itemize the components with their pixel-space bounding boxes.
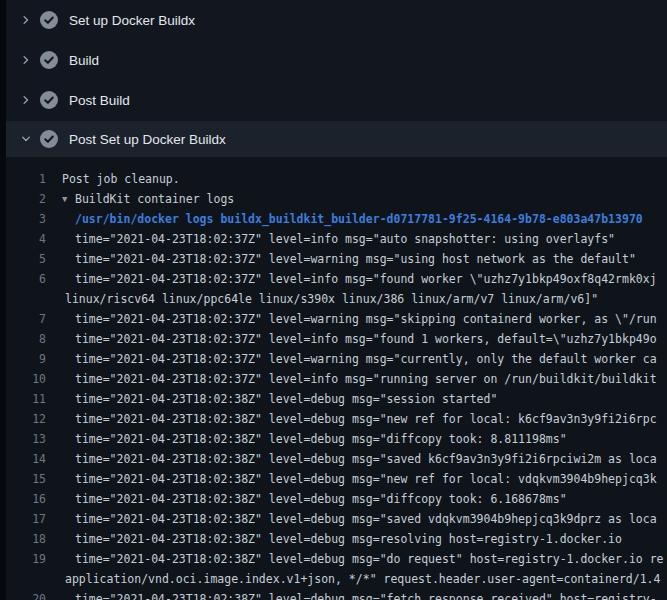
log-text-content: application/vnd.oci.image.index.v1+json,…: [65, 572, 660, 586]
log-text: linux/riscv64 linux/ppc64le linux/s390x …: [65, 289, 598, 309]
log-text-content: BuildKit container logs: [75, 192, 234, 206]
log-text: time="2021-04-23T18:02:38Z" level=debug …: [75, 529, 622, 549]
step-label: Set up Docker Buildx: [66, 13, 195, 28]
line-number[interactable]: 12: [6, 409, 46, 429]
log-viewer: 1Post job cleanup.2▼BuildKit container l…: [6, 157, 667, 600]
step-row-post-set-up-docker-buildx[interactable]: Post Set up Docker Buildx: [6, 121, 667, 157]
log-text-content: time="2021-04-23T18:02:37Z" level=warnin…: [75, 312, 657, 326]
line-number[interactable]: 7: [6, 309, 46, 329]
log-text-content: time="2021-04-23T18:02:37Z" level=info m…: [75, 272, 657, 286]
check-circle-icon: [40, 91, 66, 109]
log-line: 7time="2021-04-23T18:02:37Z" level=warni…: [6, 309, 667, 329]
log-text: time="2021-04-23T18:02:37Z" level=warnin…: [75, 349, 657, 369]
log-text-content: time="2021-04-23T18:02:38Z" level=debug …: [75, 432, 567, 446]
log-line: 1Post job cleanup.: [6, 169, 667, 189]
log-text-content: time="2021-04-23T18:02:38Z" level=debug …: [75, 552, 664, 566]
group-toggle[interactable]: ▼BuildKit container logs: [62, 189, 234, 209]
log-text: application/vnd.oci.image.index.v1+json,…: [65, 569, 660, 589]
log-line: 14time="2021-04-23T18:02:38Z" level=debu…: [6, 449, 667, 469]
line-number[interactable]: 10: [6, 369, 46, 389]
line-number[interactable]: 9: [6, 349, 46, 369]
log-line: linux/riscv64 linux/ppc64le linux/s390x …: [6, 289, 667, 309]
log-text: time="2021-04-23T18:02:38Z" level=debug …: [75, 509, 657, 529]
log-text: time="2021-04-23T18:02:38Z" level=debug …: [75, 389, 497, 409]
log-text-content: time="2021-04-23T18:02:38Z" level=debug …: [75, 532, 622, 546]
log-line: 2▼BuildKit container logs: [6, 189, 667, 209]
line-number[interactable]: 17: [6, 509, 46, 529]
log-line: 4time="2021-04-23T18:02:37Z" level=info …: [6, 229, 667, 249]
log-line: 5time="2021-04-23T18:02:37Z" level=warni…: [6, 249, 667, 269]
line-number[interactable]: 8: [6, 329, 46, 349]
log-text: time="2021-04-23T18:02:38Z" level=debug …: [75, 429, 567, 449]
log-line: 9time="2021-04-23T18:02:37Z" level=warni…: [6, 349, 667, 369]
step-label: Build: [66, 53, 99, 68]
log-text: time="2021-04-23T18:02:38Z" level=debug …: [75, 409, 657, 429]
command-text: /usr/bin/docker logs buildx_buildkit_bui…: [75, 209, 643, 229]
check-circle-icon: [40, 51, 66, 69]
log-text-content: time="2021-04-23T18:02:38Z" level=debug …: [75, 512, 657, 526]
log-line: 3/usr/bin/docker logs buildx_buildkit_bu…: [6, 209, 667, 229]
line-number[interactable]: 20: [6, 589, 46, 600]
check-circle-icon: [40, 130, 66, 148]
line-number[interactable]: 6: [6, 269, 46, 289]
log-line: 20time="2021-04-23T18:02:38Z" level=debu…: [6, 589, 667, 600]
log-text-content: time="2021-04-23T18:02:38Z" level=debug …: [75, 592, 657, 600]
chevron-right-icon[interactable]: [12, 54, 40, 66]
log-text: time="2021-04-23T18:02:37Z" level=warnin…: [75, 309, 657, 329]
log-line: 18time="2021-04-23T18:02:38Z" level=debu…: [6, 529, 667, 549]
log-text: time="2021-04-23T18:02:38Z" level=debug …: [75, 589, 657, 600]
line-number[interactable]: 18: [6, 529, 46, 549]
check-circle-icon: [40, 11, 66, 29]
line-number[interactable]: 5: [6, 249, 46, 269]
line-number[interactable]: 2: [6, 189, 46, 209]
log-text: Post job cleanup.: [62, 169, 180, 189]
log-text-content: time="2021-04-23T18:02:37Z" level=info m…: [75, 232, 615, 246]
log-line: 17time="2021-04-23T18:02:38Z" level=debu…: [6, 509, 667, 529]
log-text: time="2021-04-23T18:02:37Z" level=info m…: [75, 369, 657, 389]
chevron-down-icon[interactable]: [12, 133, 40, 145]
log-text-content: /usr/bin/docker logs buildx_buildkit_bui…: [75, 212, 643, 226]
line-number[interactable]: 4: [6, 229, 46, 249]
step-row-post-build[interactable]: Post Build: [6, 80, 667, 120]
log-text-content: time="2021-04-23T18:02:37Z" level=info m…: [75, 372, 657, 386]
log-text: time="2021-04-23T18:02:38Z" level=debug …: [75, 469, 657, 489]
group-collapse-triangle-icon[interactable]: ▼: [62, 189, 75, 209]
line-number[interactable]: 15: [6, 469, 46, 489]
line-number: [6, 289, 46, 309]
line-number[interactable]: 11: [6, 389, 46, 409]
log-text-content: time="2021-04-23T18:02:38Z" level=debug …: [75, 452, 657, 466]
log-text: time="2021-04-23T18:02:37Z" level=info m…: [75, 269, 657, 289]
log-text-content: time="2021-04-23T18:02:37Z" level=warnin…: [75, 252, 636, 266]
step-row-build[interactable]: Build: [6, 40, 667, 80]
log-line: 11time="2021-04-23T18:02:38Z" level=debu…: [6, 389, 667, 409]
log-line: 6time="2021-04-23T18:02:37Z" level=info …: [6, 269, 667, 289]
log-text-content: linux/riscv64 linux/ppc64le linux/s390x …: [65, 292, 598, 306]
log-line: 19time="2021-04-23T18:02:38Z" level=debu…: [6, 549, 667, 569]
workflow-log-panel: Set up Docker Buildx Build Post Build: [6, 0, 667, 600]
step-label: Post Build: [66, 93, 130, 108]
log-text-content: time="2021-04-23T18:02:38Z" level=debug …: [75, 492, 567, 506]
log-text-content: time="2021-04-23T18:02:38Z" level=debug …: [75, 472, 657, 486]
log-line: 16time="2021-04-23T18:02:38Z" level=debu…: [6, 489, 667, 509]
log-line: 10time="2021-04-23T18:02:37Z" level=info…: [6, 369, 667, 389]
line-number: [6, 569, 46, 589]
log-line: 12time="2021-04-23T18:02:38Z" level=debu…: [6, 409, 667, 429]
step-label: Post Set up Docker Buildx: [66, 132, 226, 147]
line-number[interactable]: 14: [6, 449, 46, 469]
log-text: time="2021-04-23T18:02:38Z" level=debug …: [75, 449, 657, 469]
log-text-content: time="2021-04-23T18:02:37Z" level=info m…: [75, 332, 657, 346]
log-line: 8time="2021-04-23T18:02:37Z" level=info …: [6, 329, 667, 349]
log-line: 15time="2021-04-23T18:02:38Z" level=debu…: [6, 469, 667, 489]
log-text-content: time="2021-04-23T18:02:38Z" level=debug …: [75, 392, 497, 406]
line-number[interactable]: 16: [6, 489, 46, 509]
chevron-right-icon[interactable]: [12, 14, 40, 26]
line-number[interactable]: 13: [6, 429, 46, 449]
log-text: time="2021-04-23T18:02:37Z" level=warnin…: [75, 249, 636, 269]
log-text: time="2021-04-23T18:02:38Z" level=debug …: [75, 489, 567, 509]
line-number[interactable]: 3: [6, 209, 46, 229]
chevron-right-icon[interactable]: [12, 94, 40, 106]
step-row-set-up-docker-buildx[interactable]: Set up Docker Buildx: [6, 0, 667, 40]
log-text: time="2021-04-23T18:02:37Z" level=info m…: [75, 229, 615, 249]
line-number[interactable]: 1: [6, 169, 46, 189]
line-number[interactable]: 19: [6, 549, 46, 569]
